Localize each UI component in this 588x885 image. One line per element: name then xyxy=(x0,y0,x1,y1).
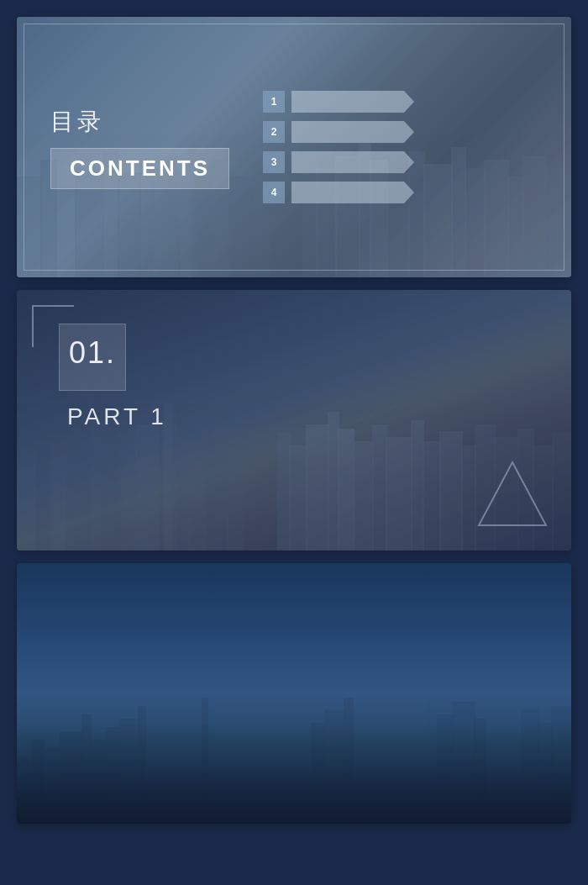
arrow-num-2: 2 xyxy=(263,121,285,143)
slide-2-content-area: 01. PART 1 xyxy=(17,290,571,550)
slide-1-contents: 目录 CONTENTS 1 2 3 4 xyxy=(17,17,571,277)
part-number: 01. xyxy=(69,335,116,371)
arrow-row-4[interactable]: 4 xyxy=(263,182,414,203)
slide-1-arrows-section: 1 2 3 4 xyxy=(263,91,538,203)
arrow-shape-3 xyxy=(291,151,414,173)
slide-1-content-area: 目录 CONTENTS 1 2 3 4 xyxy=(17,17,571,277)
part-number-box: 01. xyxy=(59,324,126,391)
slide-1-left-section: 目录 CONTENTS xyxy=(50,106,229,189)
part-label: PART 1 xyxy=(67,403,529,430)
city-gradient-3 xyxy=(17,723,571,824)
arrow-shape-2 xyxy=(291,121,414,143)
chinese-title: 目录 xyxy=(50,106,229,138)
arrow-row-2[interactable]: 2 xyxy=(263,121,414,143)
arrow-shape-4 xyxy=(291,182,414,203)
arrow-shape-1 xyxy=(291,91,414,113)
contents-box: CONTENTS xyxy=(50,148,229,189)
arrow-num-4: 4 xyxy=(263,182,285,203)
slide-3-empty xyxy=(17,563,571,824)
slide-2-part1: 01. PART 1 xyxy=(17,290,571,550)
arrow-row-1[interactable]: 1 xyxy=(263,91,414,113)
arrow-num-1: 1 xyxy=(263,91,285,113)
arrow-row-3[interactable]: 3 xyxy=(263,151,414,173)
arrow-num-3: 3 xyxy=(263,151,285,173)
contents-label: CONTENTS xyxy=(70,155,210,181)
